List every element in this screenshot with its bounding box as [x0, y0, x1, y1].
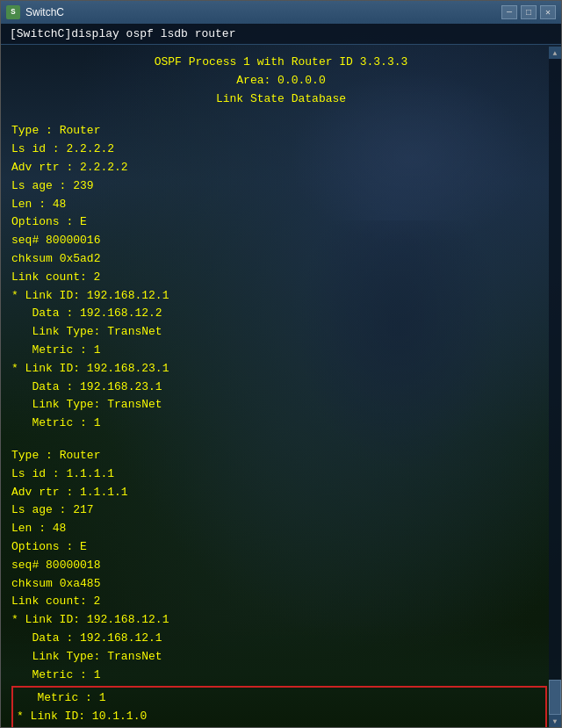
- rb2-advrtr: Adv rtr : 1.1.1.1: [11, 484, 551, 502]
- rb2-link2-data: Data : 255.255.255.0: [17, 726, 542, 727]
- rb1-link1-id: * Link ID: 192.168.12.1: [11, 287, 551, 306]
- rb1-chksum: chksum 0x5ad2: [11, 250, 551, 269]
- rb1-type: Type : Router: [11, 122, 551, 141]
- rb1-lsid: Ls id : 2.2.2.2: [11, 141, 551, 159]
- rb2-seq: seq# 80000018: [11, 557, 551, 575]
- rb1-link2: * Link ID: 192.168.23.1 Data : 192.168.2…: [11, 360, 551, 433]
- minimize-button[interactable]: ─: [501, 5, 517, 19]
- scroll-up-button[interactable]: ▲: [549, 47, 561, 59]
- main-window: S SwitchC ─ □ ✕ [SwitchC]display ospf ls…: [0, 0, 562, 728]
- rb2-link1-data: Data : 192.168.12.1: [11, 630, 551, 648]
- ospf-header-line3: Link State Database: [11, 90, 551, 109]
- router-block-2: Type : Router Ls id : 1.1.1.1 Adv rtr : …: [11, 447, 551, 727]
- rb1-link1: * Link ID: 192.168.12.1 Data : 192.168.1…: [11, 287, 551, 360]
- rb2-link2-metric-top: Metric : 1: [17, 689, 542, 708]
- rb1-link2-metric: Metric : 1: [11, 414, 551, 433]
- scroll-down-button[interactable]: ▼: [549, 715, 561, 727]
- command-text: [SwitchC]display ospf lsdb router: [10, 27, 235, 40]
- rb1-options: Options : E: [11, 213, 551, 232]
- rb1-advrtr: Adv rtr : 2.2.2.2: [11, 159, 551, 177]
- router-block-1: Type : Router Ls id : 2.2.2.2 Adv rtr : …: [11, 122, 551, 433]
- rb1-link1-type: Link Type: TransNet: [11, 323, 551, 342]
- rb1-len: Len : 48: [11, 196, 551, 214]
- ospf-header-line1: OSPF Process 1 with Router ID 3.3.3.3: [11, 54, 551, 72]
- rb2-link2-highlighted: Metric : 1 * Link ID: 10.1.1.0 Data : 25…: [11, 686, 547, 727]
- rb2-link2-id: * Link ID: 10.1.1.0: [17, 708, 542, 726]
- content-area[interactable]: OSPF Process 1 with Router ID 3.3.3.3 Ar…: [1, 45, 561, 727]
- rb2-link1-id: * Link ID: 192.168.12.1: [11, 611, 551, 630]
- rb2-type: Type : Router: [11, 447, 551, 465]
- rb1-link2-id: * Link ID: 192.168.23.1: [11, 360, 551, 378]
- command-bar: [SwitchC]display ospf lsdb router: [1, 24, 561, 45]
- rb2-options: Options : E: [11, 538, 551, 557]
- rb1-link2-type: Link Type: TransNet: [11, 396, 551, 414]
- rb1-seq: seq# 80000016: [11, 232, 551, 250]
- title-bar-left: S SwitchC: [6, 5, 64, 19]
- scrollbar-track: [549, 59, 561, 715]
- rb1-link2-data: Data : 192.168.23.1: [11, 378, 551, 397]
- rb1-link1-metric: Metric : 1: [11, 342, 551, 360]
- rb2-len: Len : 48: [11, 520, 551, 538]
- rb2-link1: * Link ID: 192.168.12.1 Data : 192.168.1…: [11, 611, 551, 684]
- rb2-link1-type: Link Type: TransNet: [11, 648, 551, 667]
- rb2-link1-metric: Metric : 1: [11, 667, 551, 685]
- rb1-linkcount: Link count: 2: [11, 269, 551, 287]
- window-title: SwitchC: [25, 6, 64, 18]
- ospf-header-line2: Area: 0.0.0.0: [11, 72, 551, 90]
- app-icon: S: [6, 5, 20, 19]
- rb1-lsage: Ls age : 239: [11, 177, 551, 196]
- rb1-link1-data: Data : 192.168.12.2: [11, 305, 551, 323]
- rb2-lsage: Ls age : 217: [11, 501, 551, 520]
- rb2-linkcount: Link count: 2: [11, 593, 551, 611]
- title-bar: S SwitchC ─ □ ✕: [1, 1, 561, 24]
- ospf-header: OSPF Process 1 with Router ID 3.3.3.3 Ar…: [11, 54, 551, 108]
- maximize-button[interactable]: □: [521, 5, 537, 19]
- scrollbar[interactable]: ▲ ▼: [549, 47, 561, 727]
- window-controls: ─ □ ✕: [501, 5, 556, 19]
- close-button[interactable]: ✕: [540, 5, 556, 19]
- rb2-chksum: chksum 0xa485: [11, 575, 551, 594]
- scrollbar-thumb[interactable]: [549, 680, 561, 715]
- rb2-lsid: Ls id : 1.1.1.1: [11, 465, 551, 484]
